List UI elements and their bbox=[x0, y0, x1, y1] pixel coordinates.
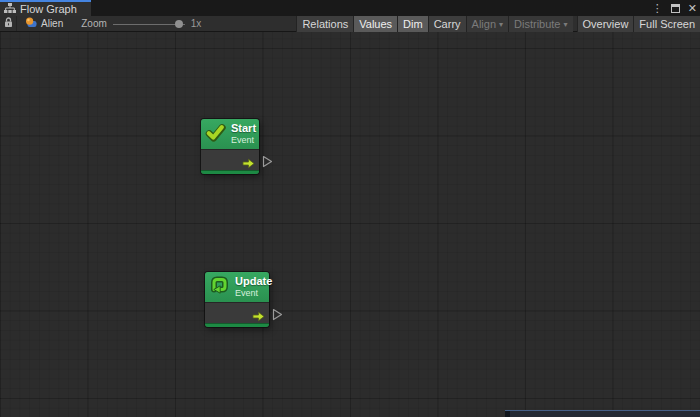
bottom-dock-window-edge bbox=[505, 410, 700, 417]
node-update-event[interactable]: Update Event bbox=[205, 272, 269, 327]
zoom-value: 1x bbox=[191, 18, 202, 29]
toolbar-button-distribute: Distribute ▾ bbox=[508, 16, 572, 32]
node-subtitle: Event bbox=[235, 289, 258, 298]
node-update-body bbox=[205, 302, 269, 323]
toolbar-button-dim[interactable]: Dim bbox=[397, 16, 428, 32]
flow-output-arrow-icon[interactable] bbox=[242, 155, 255, 173]
toolbar-button-align: Align ▾ bbox=[466, 16, 508, 32]
lock-button[interactable] bbox=[0, 16, 17, 31]
zoom-slider[interactable] bbox=[113, 16, 185, 32]
tab-title: Flow Graph bbox=[20, 3, 77, 15]
toolbar-button-overview[interactable]: Overview bbox=[577, 16, 634, 32]
toolbar-button-carry[interactable]: Carry bbox=[428, 16, 466, 32]
node-update-header[interactable]: Update Event bbox=[205, 272, 269, 302]
node-title: Start bbox=[231, 123, 256, 134]
window-menu-icon[interactable]: ⋮ bbox=[652, 0, 663, 16]
node-start-header[interactable]: Start Event bbox=[201, 119, 259, 149]
graph-toolbar: Alien Zoom 1x Relations Values Dim Carry… bbox=[0, 16, 700, 32]
dropdown-arrow-icon: ▾ bbox=[499, 20, 503, 29]
loop-icon bbox=[209, 275, 230, 300]
graph-owner-label: Alien bbox=[41, 18, 63, 29]
close-icon[interactable]: ✕ bbox=[688, 0, 697, 16]
toolbar-button-full-screen[interactable]: Full Screen bbox=[633, 16, 700, 32]
flow-output-arrow-icon[interactable] bbox=[252, 308, 265, 326]
toolbar-button-distribute-label: Distribute bbox=[514, 18, 560, 30]
tab-bar: Flow Graph ⋮ ✕ bbox=[0, 0, 700, 16]
graph-owner-chip[interactable]: Alien bbox=[17, 16, 71, 31]
node-start-event[interactable]: Start Event bbox=[201, 119, 259, 174]
flow-port-triangle-icon[interactable] bbox=[272, 307, 283, 325]
toolbar-button-align-label: Align bbox=[472, 18, 496, 30]
node-subtitle: Event bbox=[231, 136, 254, 145]
zoom-slider-handle[interactable] bbox=[175, 20, 183, 28]
toolbar-button-values[interactable]: Values bbox=[353, 16, 397, 32]
node-start-body bbox=[201, 149, 259, 170]
zoom-label: Zoom bbox=[81, 18, 107, 29]
dropdown-arrow-icon: ▾ bbox=[564, 20, 568, 29]
graph-canvas[interactable]: Start Event bbox=[0, 32, 700, 417]
toolbar-button-relations[interactable]: Relations bbox=[296, 16, 353, 32]
flow-machine-icon bbox=[25, 17, 37, 30]
lock-icon bbox=[4, 17, 13, 30]
check-icon bbox=[205, 122, 226, 147]
flow-port-triangle-icon[interactable] bbox=[262, 154, 273, 172]
maximize-icon[interactable] bbox=[671, 4, 680, 13]
tab-flow-graph[interactable]: Flow Graph bbox=[0, 0, 91, 16]
node-title: Update bbox=[235, 276, 272, 287]
